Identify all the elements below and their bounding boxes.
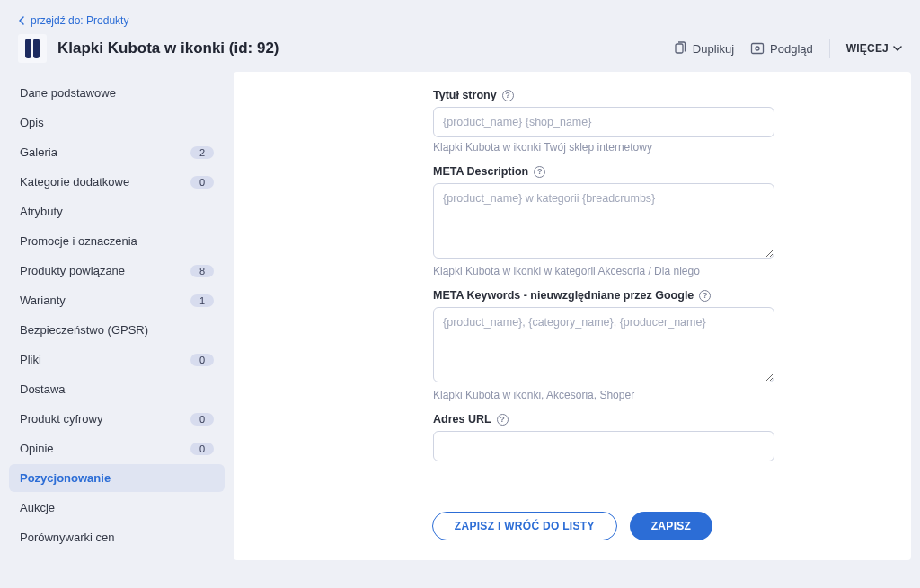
product-thumbnail bbox=[18, 34, 47, 63]
save-button[interactable]: ZAPISZ bbox=[630, 512, 712, 540]
sidebar-item-label: Opis bbox=[20, 116, 44, 129]
sidebar-item-label: Promocje i oznaczenia bbox=[20, 234, 137, 248]
help-icon[interactable]: ? bbox=[497, 414, 509, 426]
sidebar-item-pliki[interactable]: Pliki0 bbox=[9, 346, 225, 373]
more-button[interactable]: WIĘCEJ bbox=[846, 42, 902, 55]
sidebar-item-label: Kategorie dodatkowe bbox=[20, 175, 129, 189]
sidebar-item-label: Produkt cyfrowy bbox=[20, 412, 102, 426]
sidebar-item-promocje[interactable]: Promocje i oznaczenia bbox=[9, 227, 225, 255]
field-meta-keywords: META Keywords - nieuwzględniane przez Go… bbox=[433, 288, 774, 401]
breadcrumb-label: przejdź do: Produkty bbox=[31, 14, 128, 27]
sidebar-item-label: Atrybuty bbox=[20, 205, 63, 218]
sidebar-badge: 0 bbox=[190, 413, 214, 426]
sidebar-item-label: Pozycjonowanie bbox=[20, 471, 111, 485]
sidebar: Dane podstawowe Opis Galeria2 Kategorie … bbox=[9, 72, 225, 560]
sidebar-item-galeria[interactable]: Galeria2 bbox=[9, 138, 225, 166]
sidebar-item-label: Warianty bbox=[20, 294, 66, 307]
sidebar-item-label: Pliki bbox=[20, 353, 41, 366]
field-label: META Description ? bbox=[433, 165, 545, 178]
sidebar-badge: 0 bbox=[190, 443, 214, 455]
sidebar-item-porownywarki[interactable]: Porównywarki cen bbox=[9, 523, 225, 551]
field-hint: Klapki Kubota w ikonki Twój sklep intern… bbox=[433, 141, 774, 154]
duplicate-button[interactable]: Duplikuj bbox=[673, 41, 734, 56]
more-label: WIĘCEJ bbox=[846, 42, 889, 55]
label-text: Tytuł strony bbox=[433, 89, 497, 101]
sidebar-badge: 1 bbox=[190, 294, 214, 307]
sidebar-item-opinie[interactable]: Opinie0 bbox=[9, 434, 225, 462]
sidebar-item-label: Opinie bbox=[20, 442, 54, 455]
page-title-input[interactable] bbox=[433, 107, 774, 137]
sidebar-item-label: Galeria bbox=[20, 145, 58, 159]
meta-keywords-textarea[interactable] bbox=[433, 307, 774, 382]
sidebar-badge: 8 bbox=[190, 265, 214, 277]
sidebar-item-label: Porównywarki cen bbox=[20, 531, 115, 544]
chevron-left-icon bbox=[18, 16, 27, 25]
sidebar-item-bezpieczenstwo[interactable]: Bezpieczeństwo (GPSR) bbox=[9, 316, 225, 344]
seo-form: Tytuł strony ? Klapki Kubota w ikonki Tw… bbox=[433, 88, 774, 472]
sidebar-item-label: Bezpieczeństwo (GPSR) bbox=[20, 323, 148, 337]
sidebar-item-aukcje[interactable]: Aukcje bbox=[9, 494, 225, 522]
field-page-title: Tytuł strony ? Klapki Kubota w ikonki Tw… bbox=[433, 88, 774, 154]
chevron-down-icon bbox=[893, 44, 902, 53]
meta-description-textarea[interactable] bbox=[433, 183, 774, 259]
copy-icon bbox=[673, 41, 687, 56]
sidebar-item-label: Produkty powiązane bbox=[20, 264, 125, 277]
field-url: Adres URL ? bbox=[433, 412, 774, 461]
breadcrumb-back-link[interactable]: przejdź do: Produkty bbox=[18, 14, 902, 27]
main-panel: Tytuł strony ? Klapki Kubota w ikonki Tw… bbox=[234, 72, 911, 560]
field-label: META Keywords - nieuwzględniane przez Go… bbox=[433, 289, 711, 302]
label-text: META Description bbox=[433, 165, 528, 178]
sidebar-item-dane-podstawowe[interactable]: Dane podstawowe bbox=[9, 79, 225, 107]
field-hint: Klapki Kubota w ikonki, Akcesoria, Shope… bbox=[433, 389, 774, 401]
field-meta-description: META Description ? Klapki Kubota w ikonk… bbox=[433, 164, 774, 277]
sidebar-badge: 0 bbox=[190, 176, 214, 189]
footer-actions: ZAPISZ I WRÓĆ DO LISTY ZAPISZ bbox=[253, 490, 891, 540]
flip-flops-icon bbox=[24, 39, 40, 58]
help-icon[interactable]: ? bbox=[502, 90, 514, 101]
help-icon[interactable]: ? bbox=[534, 166, 545, 178]
top-actions: Duplikuj Podgląd WIĘCEJ bbox=[673, 39, 902, 58]
titlebar: Klapki Kubota w ikonki (id: 92) Duplikuj… bbox=[18, 34, 902, 63]
sidebar-item-label: Dostawa bbox=[20, 382, 66, 396]
preview-label: Podgląd bbox=[770, 42, 813, 56]
sidebar-item-kategorie-dodatkowe[interactable]: Kategorie dodatkowe0 bbox=[9, 168, 225, 196]
field-label: Adres URL ? bbox=[433, 413, 509, 426]
field-hint: Klapki Kubota w ikonki w kategorii Akces… bbox=[433, 265, 774, 277]
url-input[interactable] bbox=[433, 431, 774, 461]
sidebar-item-atrybuty[interactable]: Atrybuty bbox=[9, 197, 225, 225]
sidebar-item-dostawa[interactable]: Dostawa bbox=[9, 375, 225, 403]
label-text: META Keywords - nieuwzględniane przez Go… bbox=[433, 289, 694, 302]
svg-rect-1 bbox=[752, 44, 764, 54]
field-label: Tytuł strony ? bbox=[433, 89, 514, 101]
label-text: Adres URL bbox=[433, 413, 491, 426]
help-icon[interactable]: ? bbox=[699, 290, 711, 302]
svg-rect-0 bbox=[676, 44, 683, 53]
separator bbox=[829, 39, 830, 58]
duplicate-label: Duplikuj bbox=[693, 42, 734, 56]
svg-point-2 bbox=[756, 47, 759, 50]
sidebar-item-label: Aukcje bbox=[20, 501, 55, 514]
eye-box-icon bbox=[750, 41, 765, 56]
save-and-back-button[interactable]: ZAPISZ I WRÓĆ DO LISTY bbox=[432, 512, 617, 540]
sidebar-item-produkty-powiazane[interactable]: Produkty powiązane8 bbox=[9, 257, 225, 285]
page-title: Klapki Kubota w ikonki (id: 92) bbox=[58, 39, 662, 57]
sidebar-badge: 2 bbox=[190, 146, 214, 159]
topbar: przejdź do: Produkty Klapki Kubota w iko… bbox=[0, 0, 920, 72]
sidebar-item-produkt-cyfrowy[interactable]: Produkt cyfrowy0 bbox=[9, 405, 225, 433]
sidebar-item-warianty[interactable]: Warianty1 bbox=[9, 286, 225, 314]
sidebar-item-label: Dane podstawowe bbox=[20, 86, 116, 100]
layout: Dane podstawowe Opis Galeria2 Kategorie … bbox=[0, 72, 920, 560]
sidebar-badge: 0 bbox=[190, 354, 214, 366]
sidebar-item-opis[interactable]: Opis bbox=[9, 109, 225, 136]
preview-button[interactable]: Podgląd bbox=[750, 41, 813, 56]
sidebar-item-pozycjonowanie[interactable]: Pozycjonowanie bbox=[9, 464, 225, 492]
